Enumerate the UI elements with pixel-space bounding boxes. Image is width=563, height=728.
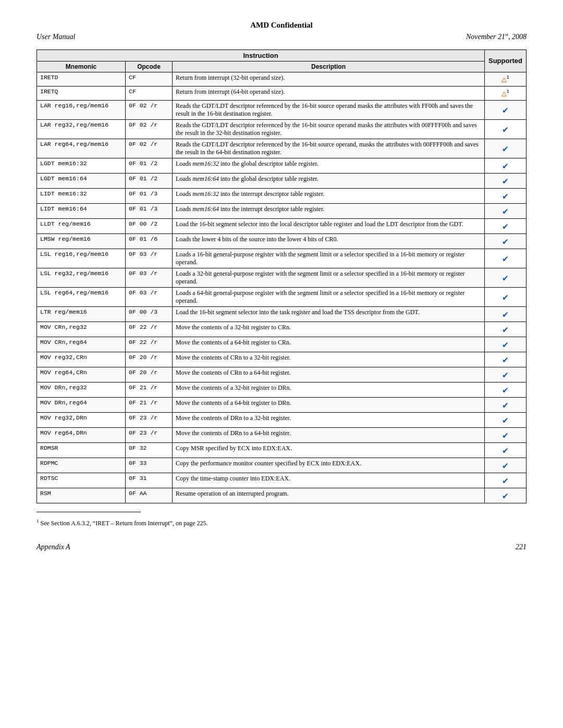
cell-supported: △1 xyxy=(485,86,527,100)
cell-description: Move the contents of DRn to a 64-bit reg… xyxy=(173,427,485,442)
cell-description: Copy MSR specified by ECX into EDX:EAX. xyxy=(173,442,485,458)
footnote-number: 1 xyxy=(36,519,39,524)
table-row: MOV reg32,CRn0F 20 /rMove the contents o… xyxy=(37,352,527,367)
check-icon: ✔ xyxy=(503,161,508,171)
cell-description: Move the contents of a 64-bit register t… xyxy=(173,397,485,412)
check-icon: ✔ xyxy=(503,206,508,217)
cell-supported: ✔ xyxy=(485,158,527,173)
cell-opcode: 0F 32 xyxy=(126,442,173,458)
cell-description: Loads mem16:64 into the global descripto… xyxy=(173,173,485,188)
col-mnemonic: Mnemonic xyxy=(37,61,126,72)
cell-mnemonic: MOV reg32,DRn xyxy=(37,412,126,427)
cell-mnemonic: MOV reg64,CRn xyxy=(37,367,126,382)
cell-mnemonic: MOV reg32,CRn xyxy=(37,352,126,367)
table-col-headers: Mnemonic Opcode Description xyxy=(37,61,527,72)
cell-opcode: 0F 00 /3 xyxy=(126,306,173,322)
supported-header: Supported xyxy=(485,50,527,72)
cell-opcode: 0F 21 /r xyxy=(126,397,173,412)
cell-opcode: 0F 23 /r xyxy=(126,427,173,442)
cell-supported: ✔ xyxy=(485,367,527,382)
cell-opcode: 0F 01 /3 xyxy=(126,203,173,218)
footnote-text: 1 See Section A.6.3.2, “IRET – Return fr… xyxy=(36,519,527,527)
footer-right: 221 xyxy=(516,543,527,551)
cell-description: Return from interrupt (64-bit operand si… xyxy=(173,86,485,100)
warning-icon: △ xyxy=(501,75,507,84)
check-icon: ✔ xyxy=(503,325,508,335)
table-row: RDTSC0F 31Copy the time-stamp counter in… xyxy=(37,473,527,488)
table-row: LIDT mem16:640F 01 /3Loads mem16:64 into… xyxy=(37,203,527,218)
cell-supported: ✔ xyxy=(485,382,527,397)
cell-supported: ✔ xyxy=(485,458,527,473)
cell-opcode: 0F 01 /2 xyxy=(126,158,173,173)
table-row: MOV DRn,reg640F 21 /rMove the contents o… xyxy=(37,397,527,412)
cell-description: Loads a 32-bit general-purpose register … xyxy=(173,268,485,287)
cell-description: Loads mem16:32 into the global descripto… xyxy=(173,158,485,173)
check-icon: ✔ xyxy=(503,415,508,426)
cell-description: Resume operation of an interrupted progr… xyxy=(173,488,485,503)
table-row: IRETDCFReturn from interrupt (32-bit ope… xyxy=(37,72,527,86)
cell-opcode: 0F 03 /r xyxy=(126,249,173,268)
header-left: User Manual xyxy=(36,33,75,41)
cell-opcode: 0F 21 /r xyxy=(126,382,173,397)
cell-description: Loads a 64-bit general-purpose register … xyxy=(173,287,485,306)
footnote-divider xyxy=(36,512,141,515)
cell-description: Move the contents of CRn to a 32-bit reg… xyxy=(173,352,485,367)
cell-mnemonic: LTR reg/mem16 xyxy=(37,306,126,322)
col-opcode: Opcode xyxy=(126,61,173,72)
check-icon: ✔ xyxy=(503,355,508,365)
table-row: LGDT mem16:320F 01 /2Loads mem16:32 into… xyxy=(37,158,527,173)
cell-opcode: 0F 20 /r xyxy=(126,367,173,382)
cell-description: Reads the GDT/LDT descriptor referenced … xyxy=(173,100,485,119)
cell-supported: ✔ xyxy=(485,397,527,412)
cell-supported: ✔ xyxy=(485,442,527,458)
cell-opcode: 0F 00 /2 xyxy=(126,218,173,233)
check-icon: ✔ xyxy=(503,176,508,187)
cell-description: Copy the time-stamp counter into EDX:EAX… xyxy=(173,473,485,488)
cell-supported: ✔ xyxy=(485,100,527,119)
table-row: MOV reg64,DRn0F 23 /rMove the contents o… xyxy=(37,427,527,442)
table-row: LSL reg32,reg/mem160F 03 /rLoads a 32-bi… xyxy=(37,268,527,287)
cell-mnemonic: LAR reg64,reg/mem16 xyxy=(37,139,126,158)
cell-opcode: 0F 02 /r xyxy=(126,119,173,139)
cell-mnemonic: MOV reg64,DRn xyxy=(37,427,126,442)
cell-description: Load the 16-bit segment selector into th… xyxy=(173,218,485,233)
cell-opcode: 0F 23 /r xyxy=(126,412,173,427)
cell-opcode: 0F 22 /r xyxy=(126,337,173,352)
table-row: RSM0F AAResume operation of an interrupt… xyxy=(37,488,527,503)
cell-description: Loads mem16:64 into the interrupt descri… xyxy=(173,203,485,218)
cell-description: Loads mem16:32 into the interrupt descri… xyxy=(173,188,485,203)
table-row: RDPMC0F 33Copy the performance monitor c… xyxy=(37,458,527,473)
table-row: LAR reg32,reg/mem160F 02 /rReads the GDT… xyxy=(37,119,527,139)
cell-supported: ✔ xyxy=(485,306,527,322)
check-icon: ✔ xyxy=(503,370,508,380)
cell-mnemonic: IRETD xyxy=(37,72,126,86)
cell-mnemonic: LIDT mem16:64 xyxy=(37,203,126,218)
cell-mnemonic: LIDT mem16:32 xyxy=(37,188,126,203)
instruction-table: Instruction Supported Mnemonic Opcode De… xyxy=(36,50,527,503)
table-row: LAR reg16,reg/mem160F 02 /rReads the GDT… xyxy=(37,100,527,119)
check-icon: ✔ xyxy=(503,491,508,501)
cell-opcode: 0F 02 /r xyxy=(126,100,173,119)
check-icon: ✔ xyxy=(503,400,508,411)
cell-opcode: 0F 02 /r xyxy=(126,139,173,158)
cell-mnemonic: MOV CRn,reg64 xyxy=(37,337,126,352)
cell-description: Move the contents of DRn to a 32-bit reg… xyxy=(173,412,485,427)
cell-mnemonic: LMSW reg/mem16 xyxy=(37,233,126,249)
check-icon: ✔ xyxy=(503,191,508,202)
table-row: IRETQCFReturn from interrupt (64-bit ope… xyxy=(37,86,527,100)
cell-mnemonic: MOV DRn,reg64 xyxy=(37,397,126,412)
cell-mnemonic: LLDT reg/mem16 xyxy=(37,218,126,233)
cell-supported: ✔ xyxy=(485,488,527,503)
cell-opcode: CF xyxy=(126,86,173,100)
cell-description: Load the 16-bit segment selector into th… xyxy=(173,306,485,322)
cell-supported: ✔ xyxy=(485,412,527,427)
check-icon: ✔ xyxy=(503,430,508,441)
cell-supported: ✔ xyxy=(485,268,527,287)
cell-opcode: 0F 31 xyxy=(126,473,173,488)
col-description: Description xyxy=(173,61,485,72)
cell-opcode: 0F 33 xyxy=(126,458,173,473)
table-row: LGDT mem16:640F 01 /2Loads mem16:64 into… xyxy=(37,173,527,188)
instruction-header: Instruction xyxy=(37,50,485,61)
cell-supported: ✔ xyxy=(485,188,527,203)
cell-description: Move the contents of a 64-bit register t… xyxy=(173,337,485,352)
